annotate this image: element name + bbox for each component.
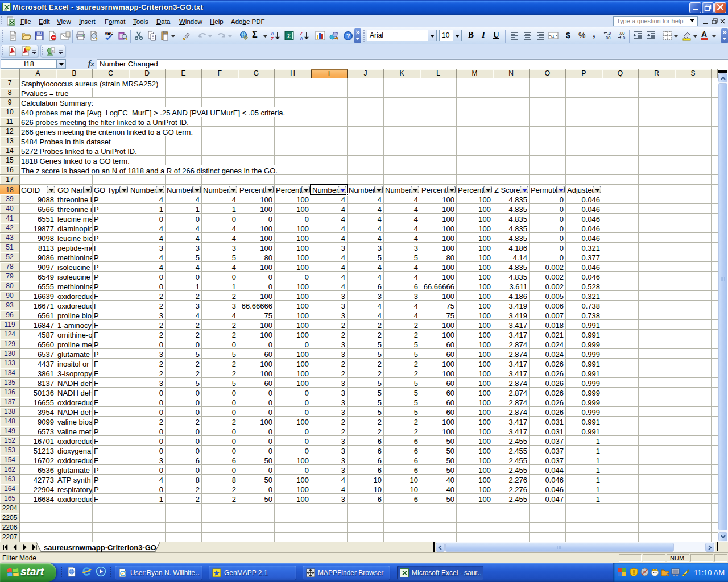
svg-text:ABC: ABC [105,31,113,35]
svg-text:a: a [551,33,554,39]
svg-text:.00: .00 [605,35,610,40]
svg-text:A: A [300,36,303,41]
svg-text:?: ? [346,32,350,39]
svg-text:Z: Z [271,36,274,41]
svg-text:.0: .0 [622,35,625,40]
svg-text:Σ: Σ [287,32,291,39]
